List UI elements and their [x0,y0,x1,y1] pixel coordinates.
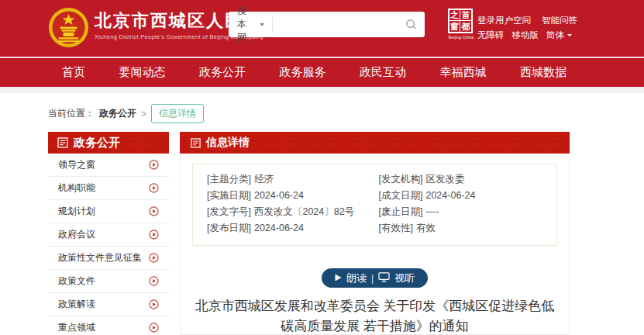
circled-arrow-icon [149,276,159,286]
nav-bottom-strip [0,87,644,93]
mobile-version-link[interactable]: 移动版 [512,28,539,43]
capital-window-seal-icon[interactable]: 之 首 窗 都 Beijing·China [448,9,474,40]
seal-caption: Beijing·China [448,35,474,40]
meta-value: ---- [425,206,439,217]
breadcrumb-prefix: 当前位置： [48,107,95,120]
read-aloud-label: 朗读 [346,271,367,285]
national-emblem-icon [48,7,89,48]
sidebar-menu: 领导之窗 机构职能 规划计划 政府会议 政策性文件意见征集 政策文件 [48,154,169,335]
seal-char: 之 [449,10,460,21]
circled-arrow-icon [149,323,159,333]
main-panel-header: 信息详情 [180,132,570,154]
circled-arrow-icon [149,253,159,263]
meta-label: [发文机构] [379,174,423,185]
article-detail: [主题分类]经济 [发文机构]区发改委 [实施日期]2024-06-24 [成文… [180,154,570,335]
main-panel-title: 信息详情 [206,136,250,150]
sidebar-item-label: 重点领域 [58,321,95,334]
nav-item-happy-xicheng[interactable]: 幸福西城 [440,65,487,80]
chevron-down-icon [260,23,264,26]
meta-document-number: [发文字号]西发改文〔2024〕82号 [207,204,371,220]
meta-label: [发布日期] [207,223,251,233]
seal-char: 窗 [449,21,460,32]
document-icon [57,137,68,148]
meta-implementation-date: [实施日期]2024-06-24 [207,188,371,204]
meta-label: [废止日期] [379,206,423,217]
meta-value: 2024-06-24 [254,223,304,233]
header-quick-links: 登录用户空间 智能问答 无障碍 移动版 简体 [477,13,577,43]
page: 北京市西城区人民政府 Xicheng District People's Gov… [0,0,644,335]
sidebar-item-label: 政策解读 [58,298,95,311]
breadcrumb: 当前位置： 政务公开 > 信息详情 [48,104,204,123]
chevron-down-icon [567,34,572,36]
sidebar-item-label: 领导之窗 [58,158,95,171]
read-aloud-video-button[interactable]: 朗读 | 视听 [322,268,428,288]
language-label: 简体 [546,28,564,43]
meta-issuing-agency: [发文机构]区发改委 [379,171,543,188]
meta-label: [成文日期] [379,190,423,201]
sidebar-item-label: 政策文件 [58,275,95,288]
language-switcher[interactable]: 简体 [546,28,572,43]
sidebar-item-label: 规划计划 [58,205,95,218]
meta-label: [实施日期] [207,190,251,201]
meta-signed-date: [成文日期]2024-06-24 [379,188,543,204]
meta-value: 2024-06-24 [425,190,475,201]
sidebar-item-policy-documents[interactable]: 政策文件 [48,270,169,293]
sidebar-item-label: 机构职能 [58,181,95,195]
sidebar-header: 政务公开 [48,132,169,154]
search-input[interactable] [273,15,405,35]
monitor-icon [378,272,390,285]
search-icon[interactable] [405,19,417,30]
login-user-space-link[interactable]: 登录用户空间 [477,13,531,28]
article-title: 北京市西城区发展和改革委员会 关于印发《西城区促进绿色低碳高质量发展 若干措施》… [192,296,557,335]
nav-item-home[interactable]: 首页 [62,65,85,80]
breadcrumb-section-link[interactable]: 政务公开 [99,107,136,120]
button-divider: | [371,273,374,284]
nav-item-gov-services[interactable]: 政务服务 [280,65,326,80]
nav-item-news[interactable]: 要闻动态 [119,65,166,80]
meta-value: 西发改文〔2024〕82号 [254,206,354,217]
meta-validity: [有效性]有效 [379,220,543,237]
circled-arrow-icon [149,160,159,170]
meta-value: 区发改委 [425,174,464,185]
sidebar-item-plans[interactable]: 规划计划 [48,200,169,223]
search-scope-label: 搜本网 [237,5,255,44]
smart-qa-link[interactable]: 智能问答 [542,13,577,28]
sidebar-item-policy-consultation[interactable]: 政策性文件意见征集 [48,247,169,270]
sidebar: 政务公开 领导之窗 机构职能 规划计划 政府会议 政策性文件意见征集 [48,132,169,335]
video-label: 视听 [394,271,415,285]
meta-value: 经济 [254,174,274,185]
sidebar-item-label: 政策性文件意见征集 [58,251,142,264]
accessibility-link[interactable]: 无障碍 [477,28,505,43]
circled-arrow-icon [149,183,159,193]
sidebar-item-leaders[interactable]: 领导之窗 [48,154,169,177]
nav-item-gov-disclosure[interactable]: 政务公开 [199,65,246,80]
meta-repeal-date: [废止日期]---- [379,204,543,220]
nav-item-xicheng-data[interactable]: 西城数据 [520,65,567,80]
meta-label: [主题分类] [207,174,251,185]
nav-item-interaction[interactable]: 政民互动 [360,65,406,80]
sidebar-title: 政务公开 [74,136,120,150]
sidebar-item-label: 政府会议 [58,228,95,241]
meta-publish-date: [发布日期]2024-06-24 [207,220,371,237]
play-icon [335,272,342,284]
main-panel: 信息详情 [主题分类]经济 [发文机构]区发改委 [实施日期]2024-06-2… [180,132,570,335]
document-icon [191,138,201,148]
main-nav: 首页 要闻动态 政务公开 政务服务 政民互动 幸福西城 西城数据 [0,57,644,87]
search-box: 搜本网 [229,12,425,37]
sidebar-item-policy-interpretation[interactable]: 政策解读 [48,293,169,316]
sidebar-item-key-areas[interactable]: 重点领域 [48,316,169,335]
seal-char: 都 [460,21,471,32]
meta-label: [有效性] [379,223,413,233]
sidebar-item-meetings[interactable]: 政府会议 [48,223,169,247]
circled-arrow-icon [149,299,159,309]
circled-arrow-icon [149,206,159,216]
meta-label: [发文字号] [207,206,251,217]
site-header: 北京市西城区人民政府 Xicheng District People's Gov… [0,0,644,57]
meta-value: 2024-06-24 [254,190,304,201]
seal-char: 首 [460,10,471,21]
search-scope-dropdown[interactable]: 搜本网 [229,17,273,32]
sidebar-item-functions[interactable]: 机构职能 [48,177,169,200]
document-meta-box: [主题分类]经济 [发文机构]区发改委 [实施日期]2024-06-24 [成文… [192,164,557,246]
meta-value: 有效 [416,223,436,233]
article-actions: 朗读 | 视听 [192,268,557,288]
